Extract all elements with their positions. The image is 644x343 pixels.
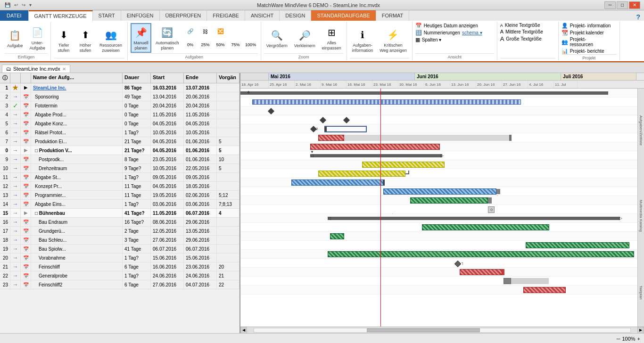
undo-icon[interactable]: ↩: [13, 2, 19, 8]
side-label-taktplan[interactable]: Taktplan: [639, 284, 643, 302]
ressourcen-button[interactable]: 👥 Ressourcenzuweisen: [97, 26, 124, 55]
percent75-button[interactable]: 75%: [229, 39, 243, 51]
table-row[interactable]: 0 → ▶ □ Produktion V... 21 Tage? 04.05.2…: [0, 146, 239, 155]
link3-button[interactable]: 🔀: [214, 25, 228, 38]
gantt-bar-fein2: [523, 287, 566, 293]
spalten-btn[interactable]: Spalten ▾: [422, 37, 442, 42]
projekt-berichte-btn[interactable]: Projekt- berichte: [570, 49, 604, 54]
percent75-icon: 75%: [231, 40, 241, 50]
tab-design[interactable]: DESIGN: [280, 10, 311, 21]
tab-einfuegen[interactable]: EINFÜGEN: [121, 10, 160, 21]
projekt-ressourcen-btn[interactable]: Projekt-ressourcen: [570, 37, 593, 47]
tab-gantt[interactable]: GANTT WERKZEUGE: [29, 10, 93, 21]
side-label-multimedia[interactable]: Multimedia Katalog: [639, 198, 643, 234]
bar-right: [509, 135, 512, 141]
save-icon[interactable]: 💾: [4, 2, 11, 8]
hoeher-label: Höherstufen: [80, 43, 91, 53]
table-row[interactable]: 5 → 📅 Abgabe Konz... 0 Tage 04.05.2016 0…: [0, 119, 239, 128]
unter-aufgabe-button[interactable]: 📄 Unter-Aufgabe: [27, 24, 48, 52]
nummerierung-btn[interactable]: Nummerierungen: [424, 30, 460, 35]
table-row[interactable]: 19 → 📅 Bau Spiolw... 41 Tage 06.07.2016 …: [0, 245, 239, 253]
cell-name: Drehzeitraum: [31, 164, 123, 172]
scroll-left-arrow[interactable]: ◀: [240, 327, 247, 334]
link2-button[interactable]: ⛓: [198, 25, 213, 38]
table-row[interactable]: 7 → 📅 Produktion Ei... 21 Tage 04.05.201…: [0, 137, 239, 146]
grosse-btn[interactable]: Große Textgröße: [506, 36, 541, 41]
cell-num: 4: [0, 110, 10, 119]
doc-tab-close[interactable]: ✕: [62, 66, 66, 72]
col-header-type: [21, 73, 31, 83]
projekt-kalender-btn[interactable]: Projekt kalender: [570, 30, 604, 35]
verkleinern-button[interactable]: 🔎 Verkleinern: [292, 26, 318, 50]
percent0-button[interactable]: 0%: [183, 39, 198, 51]
tiefer-icon: ⬇: [56, 27, 71, 42]
scrollbar-thumb[interactable]: [367, 328, 479, 332]
aufgabe-button[interactable]: 📋 Aufgabe: [5, 26, 25, 50]
mittlere-btn[interactable]: Mittlere Textgröße: [505, 29, 543, 34]
table-row[interactable]: 23 → 📅 Feinschliff2 6 Tage 27.06.2016 04…: [0, 280, 239, 289]
table-row[interactable]: 3 ✓ 📅 Fototermin 0 Tage 20.04.2016 20.04…: [0, 101, 239, 110]
table-row[interactable]: 16 → 📅 Bau Endraum 16 Tage? 08.06.2016 2…: [0, 218, 239, 227]
horizontal-scrollbar[interactable]: ◀ ▶: [240, 327, 644, 333]
restore-button[interactable]: □: [617, 1, 628, 9]
heutiges-datum-btn[interactable]: Heutiges Datum anzeigen: [424, 23, 478, 28]
percent100-button[interactable]: 100%: [244, 39, 258, 51]
table-row[interactable]: 10 → 📅 Drehzeitraum 9 Tage? 10.05.2016 2…: [0, 164, 239, 173]
table-row[interactable]: 14 → 📅 Abgabe Eins... 1 Tag? 03.06.2016 …: [0, 200, 239, 209]
table-row[interactable]: 9 → 📅 Postprodk... 8 Tage 23.05.2016 01.…: [0, 155, 239, 164]
table-row[interactable]: 20 → 📅 Vorabnahme 1 Tag? 15.06.2016 15.0…: [0, 253, 239, 262]
cell-start: 06.07.2016: [151, 245, 184, 253]
table-row[interactable]: 4 → 📅 Abgabe Prod... 0 Tage 11.05.2016 1…: [0, 110, 239, 119]
schema-btn[interactable]: schema ▾: [462, 30, 482, 35]
tab-ueberpruefen[interactable]: ÜBERPRÜFEN: [160, 10, 207, 21]
gantt-row: [240, 277, 644, 286]
tab-start[interactable]: START: [93, 10, 121, 21]
cell-end: 20.06.2016: [184, 92, 217, 101]
close-button[interactable]: ✕: [629, 1, 640, 9]
table-row[interactable]: 12 → 📅 Konzept Pr... 11 Tage 04.05.2016 …: [0, 182, 239, 191]
zoom-in-btn[interactable]: +: [637, 336, 640, 342]
percent25-button[interactable]: 25%: [198, 39, 213, 51]
doc-tab-steamline[interactable]: 🗂 SteamLine Inc.mvdx ✕: [2, 65, 70, 73]
gantt-day: 6. Jun 16: [424, 81, 450, 88]
tab-datei[interactable]: DATEI: [0, 10, 29, 21]
customize-dropdown[interactable]: ▾: [28, 2, 33, 8]
side-label-aufgaben[interactable]: Aufgaben/Zeitliste: [639, 114, 643, 147]
manuell-button[interactable]: 📌 Manuellplanen: [131, 23, 151, 53]
tab-standardaufgabe[interactable]: STANDARDAUFGABE: [311, 10, 376, 21]
projekt-info-btn[interactable]: Projekt- information: [570, 23, 611, 28]
scroll-right-arrow[interactable]: ▶: [637, 327, 644, 334]
table-row[interactable]: 17 → 📅 Grundgerü... 2 Tage 12.05.2016 13…: [0, 227, 239, 236]
table-row[interactable]: 6 → 📅 Rätsel Protot... 1 Tag? 10.05.2016…: [0, 128, 239, 137]
tiefer-stufen-button[interactable]: ⬇ Tieferstufen: [54, 26, 74, 55]
tab-freigabe[interactable]: FREIGABE: [207, 10, 245, 21]
automatisch-button[interactable]: 🔄 Automatischplanen: [153, 24, 182, 52]
kleine-btn[interactable]: Kleine Textgröße: [505, 23, 540, 28]
table-row[interactable]: 2 → 📅 Sponsoring 49 Tage 13.04.2016 20.0…: [0, 92, 239, 101]
tab-format[interactable]: FORMAT: [376, 10, 410, 21]
minimize-button[interactable]: ─: [604, 1, 616, 9]
alles-einpassen-button[interactable]: ⊞ Alleseinpassen: [320, 24, 344, 52]
aufgaben-info-button[interactable]: ℹ Aufgaben-information: [350, 26, 376, 55]
hoeher-stufen-button[interactable]: ⬆ Höherstufen: [75, 26, 95, 55]
table-row[interactable]: 22 → 📅 Generalprobe 1 Tag? 24.06.2016 24…: [0, 271, 239, 280]
table-row[interactable]: 21 → 📅 Feinschliff 6 Tage 16.06.2016 23.…: [0, 262, 239, 271]
gantt-row: [240, 133, 644, 142]
link2-icon: ⛓: [200, 26, 211, 37]
kritischer-weg-button[interactable]: ⚡ KritischenWeg anzeigen: [377, 26, 409, 55]
vergroessern-button[interactable]: 🔍 Vergrößern: [264, 26, 290, 50]
cell-flag: →: [10, 137, 21, 146]
table-row[interactable]: 1 ★ ▶ SteamLine Inc. 86 Tage 16.03.2016 …: [0, 83, 239, 92]
percent50-button[interactable]: 50%: [214, 39, 228, 51]
zoom-out-btn[interactable]: ─: [617, 336, 620, 342]
tab-ansicht[interactable]: ANSICHT: [245, 10, 280, 21]
table-row[interactable]: 13 → 📅 Programmier... 11 Tage 19.05.2016…: [0, 191, 239, 200]
mittlere-row: A Mittlere Textgröße: [500, 29, 543, 34]
help-button[interactable]: ?: [636, 13, 640, 21]
link1-button[interactable]: 🔗: [183, 25, 198, 38]
table-row[interactable]: 18 → 📅 Bau Schleu... 3 Tage 27.06.2016 2…: [0, 236, 239, 245]
hoeher-icon: ⬆: [78, 27, 93, 42]
table-row[interactable]: 11 → 📅 Abgabe St... 1 Tag? 09.05.2016 09…: [0, 173, 239, 182]
redo-icon[interactable]: ↪: [21, 2, 26, 8]
table-row[interactable]: 15 → ▶ □ Bühnenbau 41 Tage? 11.05.2016 0…: [0, 209, 239, 218]
